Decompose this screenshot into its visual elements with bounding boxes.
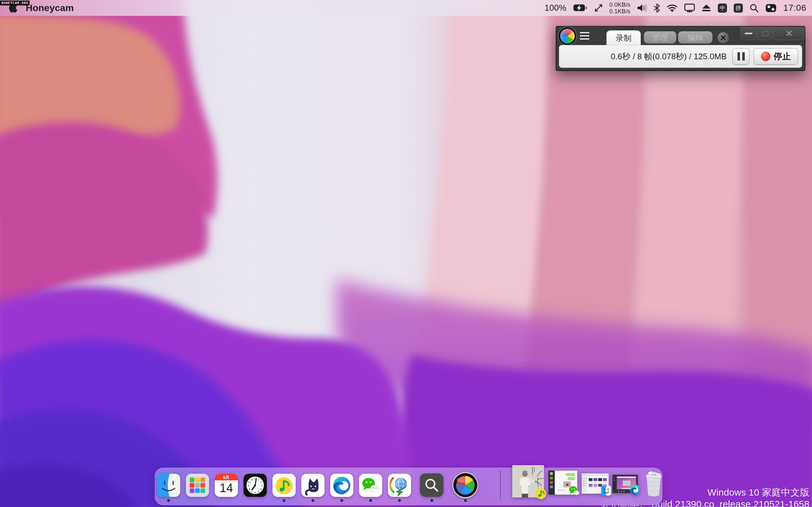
honeycam-window: 录制 管理 编辑 0.6秒 / 8 帧(0.078秒) / 125.0MB 停止: [556, 26, 805, 71]
dock-cat-app[interactable]: [301, 474, 324, 497]
running-indicator-dot: [283, 499, 286, 502]
pause-button[interactable]: [732, 48, 750, 65]
svg-text:3: 3: [261, 484, 263, 487]
dock-internet-download-manager[interactable]: [388, 474, 411, 497]
control-center-icon[interactable]: [765, 4, 776, 12]
dock-launchpad[interactable]: [186, 474, 209, 497]
recording-status-text: 0.6秒 / 8 帧(0.078秒) / 125.0MB: [611, 51, 727, 62]
tab-manage[interactable]: 管理: [644, 32, 676, 43]
running-indicator-dot: [398, 499, 401, 502]
volume-icon[interactable]: [637, 3, 647, 12]
edge-badge-icon: [629, 484, 641, 496]
eject-icon[interactable]: [702, 4, 711, 12]
dock-clock[interactable]: 1212 345 678 91011: [244, 474, 267, 497]
maximize-button[interactable]: [757, 26, 773, 40]
qq-music-badge-icon: [535, 488, 547, 501]
dock-finder[interactable]: [157, 474, 180, 497]
dock: 6月 14 1212 345 678 91011: [155, 468, 662, 505]
dock-trash-full[interactable]: [644, 470, 664, 498]
dock-preview-wechat-window[interactable]: [548, 470, 577, 496]
dock-honeycam[interactable]: [452, 471, 479, 499]
desktop: Windows 10 家庭中文版 评估副本。 Build 21390.co_re…: [0, 0, 812, 507]
dock-qq-music[interactable]: [272, 474, 296, 497]
wallpaper-monterey: [0, 0, 812, 507]
ime-pinyin-badge[interactable]: 拼: [734, 3, 743, 13]
dock-calendar[interactable]: 6月 14: [215, 474, 238, 497]
svg-text:9: 9: [248, 484, 249, 487]
dock-search-tool[interactable]: [420, 473, 444, 497]
wifi-icon[interactable]: [667, 4, 677, 12]
svg-text:6: 6: [254, 491, 256, 494]
spotlight-search-icon[interactable]: [750, 3, 759, 13]
battery-charging-icon[interactable]: [573, 3, 588, 13]
close-recording-icon[interactable]: [717, 32, 729, 44]
minimize-button[interactable]: [741, 26, 757, 40]
running-indicator-dot: [369, 499, 372, 502]
svg-text:2: 2: [260, 481, 262, 484]
dock-separator: [500, 470, 501, 500]
stop-label: 停止: [774, 51, 791, 62]
svg-text:5: 5: [258, 490, 259, 493]
ime-chinese-badge[interactable]: 中: [718, 3, 727, 13]
svg-text:10: 10: [248, 481, 251, 484]
network-speed-readout[interactable]: 0.0KB/s 0.1KB/s: [609, 1, 630, 14]
battery-percent: 100%: [545, 3, 566, 13]
menu-clock[interactable]: 17:06: [783, 3, 806, 13]
display-mirroring-icon[interactable]: [684, 3, 695, 12]
running-indicator-dot: [464, 499, 467, 502]
stop-button[interactable]: 停止: [754, 48, 798, 65]
svg-text:11: 11: [251, 478, 253, 481]
close-button[interactable]: [773, 26, 805, 40]
tab-edit[interactable]: 编辑: [678, 32, 712, 43]
tab-record[interactable]: 录制: [606, 31, 641, 46]
dock-preview-finder-window[interactable]: [582, 473, 609, 495]
record-dot-icon: [761, 52, 770, 61]
running-indicator-dot: [430, 499, 433, 502]
hamburger-menu-icon[interactable]: [580, 32, 589, 40]
running-indicator-dot: [311, 499, 314, 502]
active-app-title[interactable]: Honeycam: [26, 3, 74, 13]
recorder-status-panel: 0.6秒 / 8 帧(0.078秒) / 125.0MB 停止: [559, 45, 802, 68]
net-upload: 0.0KB/s: [609, 1, 630, 8]
wechat-badge-icon: [568, 485, 580, 498]
honeycam-org-watermark: HONEYCAM.ORG: [0, 1, 30, 5]
menu-bar: Honeycam 100% 0.0KB/s 0.1KB/s: [0, 0, 812, 16]
finder-badge-icon: [601, 486, 611, 497]
dock-wechat[interactable]: [359, 474, 382, 497]
network-traffic-arrows-icon[interactable]: [595, 3, 603, 12]
svg-text:4: 4: [260, 488, 262, 491]
dock-preview-edge-window[interactable]: [612, 475, 638, 494]
dock-microsoft-edge[interactable]: [330, 474, 353, 497]
honeycam-logo-icon[interactable]: [560, 29, 575, 43]
running-indicator-dot: [340, 499, 343, 502]
svg-text:1: 1: [258, 478, 259, 481]
svg-text:7: 7: [251, 490, 253, 493]
svg-text:8: 8: [249, 488, 250, 491]
svg-text:14: 14: [219, 481, 233, 495]
svg-text:6月: 6月: [223, 475, 229, 480]
running-indicator-dot: [167, 499, 170, 502]
bluetooth-icon[interactable]: [654, 3, 660, 13]
net-download: 0.1KB/s: [609, 8, 630, 14]
dock-preview-qq-music-window[interactable]: [512, 465, 544, 499]
